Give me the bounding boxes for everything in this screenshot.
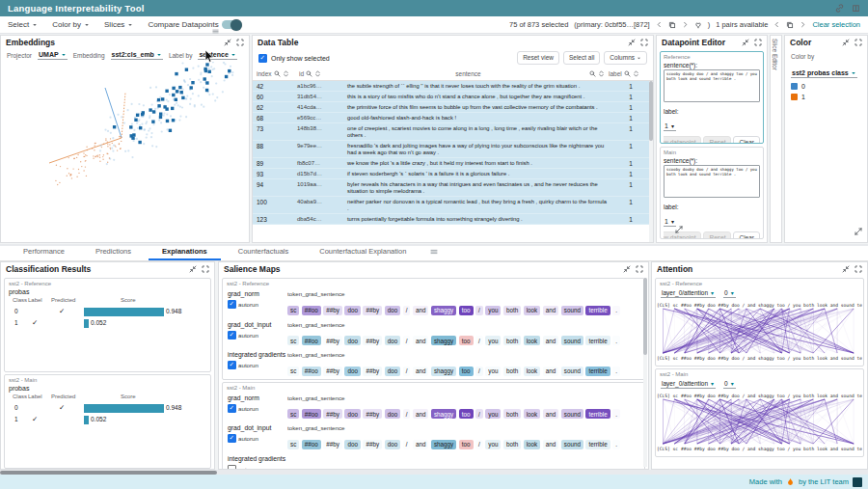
layer-select[interactable]: layer_0/attention▾ (661, 289, 716, 298)
salience-token[interactable]: ##oo (302, 367, 321, 376)
salience-token[interactable]: / (403, 367, 411, 376)
analyze-new-datapoint-button[interactable]: Analyze new datapoint (664, 136, 701, 144)
columns-button[interactable]: Columns (604, 51, 647, 65)
table-row[interactable]: 68e569cc…good old-fashioned slash-and-ha… (253, 113, 653, 123)
tab-counterfactuals[interactable]: Counterfactuals (225, 244, 303, 260)
salience-token[interactable]: and (543, 367, 559, 376)
table-row[interactable]: 73148b38…one of creepiest , scariest mov… (253, 123, 653, 141)
salience-token[interactable]: sound (561, 336, 583, 345)
salience-token[interactable]: . (612, 306, 620, 315)
salience-token[interactable]: ##by (363, 336, 382, 345)
clear-button[interactable]: Clear (733, 136, 760, 144)
salience-token[interactable]: ##by (323, 306, 342, 315)
salience-token[interactable]: look (524, 306, 541, 315)
prev-pair-icon[interactable] (773, 21, 780, 28)
salience-token[interactable]: ##by (323, 367, 342, 376)
clear-selection-link[interactable]: Clear selection (812, 20, 860, 29)
salience-token[interactable]: ##oo (302, 440, 321, 449)
salience-token[interactable]: terrible (585, 409, 610, 419)
salience-token[interactable]: doo (385, 336, 401, 345)
reset-view-button[interactable]: Reset view (517, 51, 559, 65)
search-icon[interactable] (306, 70, 312, 77)
salience-token[interactable]: shaggy (431, 306, 456, 315)
probas-row[interactable]: 1✓0.052 (9, 415, 206, 426)
tab-predictions[interactable]: Predictions (82, 244, 145, 260)
next-datapoint-icon[interactable] (682, 21, 689, 28)
salience-token[interactable]: . (612, 440, 620, 449)
salience-token[interactable]: look (524, 409, 541, 419)
table-row[interactable]: 123dba54c…turns potentially forgettable … (253, 214, 653, 225)
salience-token[interactable]: doo (344, 409, 361, 419)
label-select[interactable]: 1▾ (664, 122, 676, 131)
head-select[interactable]: 0▾ (723, 380, 736, 389)
copy-icon[interactable] (786, 21, 794, 29)
salience-token[interactable]: / (475, 336, 483, 345)
maximize-icon[interactable] (854, 265, 862, 273)
salience-token[interactable]: / (403, 336, 411, 345)
salience-token[interactable]: / (403, 440, 411, 449)
salience-token[interactable]: and (413, 336, 429, 345)
lit-logo[interactable] (853, 477, 862, 487)
salience-token[interactable]: you (485, 367, 501, 376)
table-row[interactable]: 62414cda…the primitive force of this fil… (253, 102, 653, 113)
select-all-button[interactable]: Select all (563, 51, 600, 65)
collapse-icon[interactable] (842, 265, 850, 273)
collapse-icon[interactable] (628, 39, 636, 46)
salience-token[interactable]: and (413, 306, 429, 315)
salience-token[interactable]: you (485, 409, 501, 419)
salience-token[interactable]: and (413, 409, 429, 419)
table-row[interactable]: 89fb8c07…we know the plot 's a little cr… (253, 158, 653, 169)
only-show-selected-checkbox[interactable] (258, 54, 267, 63)
salience-token[interactable]: too (459, 306, 474, 315)
salience-token[interactable]: terrible (585, 336, 610, 345)
salience-token[interactable]: too (459, 336, 474, 345)
autorun-checkbox[interactable] (228, 434, 236, 443)
salience-scrollbar[interactable] (643, 278, 647, 467)
sentence-textarea[interactable]: scooby dooby doo / and shaggy too / you … (664, 69, 760, 102)
salience-token[interactable]: . (612, 336, 620, 345)
resize-handle-icon[interactable] (675, 226, 683, 233)
sort-icon[interactable] (598, 70, 605, 77)
table-row[interactable]: 42a1bc96…the subtle strength of `` ellin… (253, 81, 653, 92)
autorun-checkbox[interactable] (228, 404, 236, 413)
sort-icon[interactable] (314, 70, 321, 77)
maximize-icon[interactable] (636, 265, 643, 273)
autorun-checkbox[interactable] (228, 300, 236, 309)
probas-row[interactable]: 0✓0.948 (9, 307, 206, 318)
salience-token[interactable]: . (612, 367, 620, 376)
favorite-icon[interactable] (694, 21, 702, 29)
salience-token[interactable]: and (413, 367, 429, 376)
table-row[interactable]: 6031db54…this is a story of two misfits … (253, 92, 653, 102)
salience-token[interactable]: and (413, 440, 429, 449)
sentence-textarea[interactable]: scooby dooby doo / and shaggy too / you … (664, 165, 760, 198)
splitter-handle-icon[interactable] (212, 28, 219, 35)
salience-token[interactable]: ##oo (302, 409, 321, 419)
collapse-icon[interactable] (623, 265, 631, 273)
salience-token[interactable]: terrible (585, 440, 610, 449)
share-link-icon[interactable] (835, 4, 844, 13)
salience-token[interactable]: you (485, 336, 501, 345)
slice-editor-collapsed-panel[interactable]: Slice Editor (770, 35, 782, 243)
salience-token[interactable]: you (485, 440, 501, 449)
salience-token[interactable]: / (403, 409, 411, 419)
resize-handle-icon[interactable] (854, 228, 862, 235)
sort-icon[interactable] (283, 70, 289, 77)
salience-token[interactable]: sc (287, 367, 299, 376)
docs-book-icon[interactable] (852, 4, 860, 13)
salience-token[interactable]: both (503, 409, 521, 419)
maximize-icon[interactable] (202, 265, 209, 273)
salience-token[interactable]: doo (385, 367, 401, 376)
collapse-icon[interactable] (742, 39, 749, 46)
color-by-select[interactable]: sst2 probas class (791, 69, 857, 78)
salience-token[interactable]: sc (287, 409, 299, 419)
attention-visualization[interactable]: [CLS] sc ##oo ##by doo ##by doo / and sh… (656, 300, 862, 362)
tab-explanations[interactable]: Explanations (149, 244, 221, 260)
maximize-icon[interactable] (640, 39, 648, 46)
tab-performance[interactable]: Performance (10, 244, 78, 260)
salience-token[interactable]: both (503, 306, 521, 315)
slices-menu[interactable]: Slices (104, 20, 133, 29)
drag-handle-icon[interactable] (430, 248, 438, 256)
salience-token[interactable]: doo (344, 367, 361, 376)
salience-token[interactable]: doo (344, 440, 361, 449)
salience-token[interactable]: look (524, 367, 541, 376)
